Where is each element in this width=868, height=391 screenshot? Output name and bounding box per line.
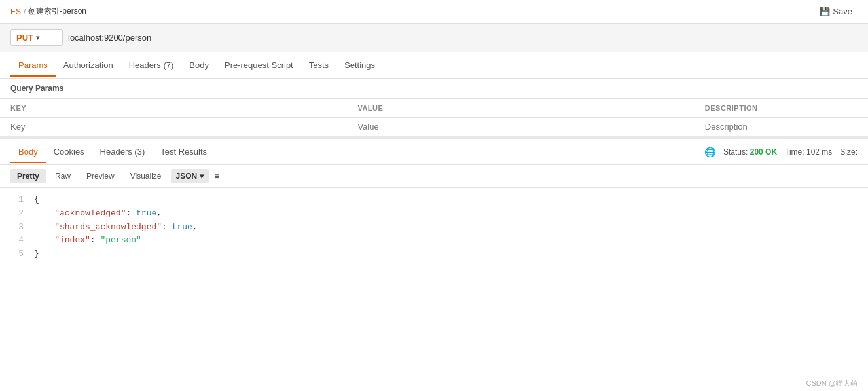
filter-icon[interactable]: ≡	[214, 171, 219, 181]
json-brace-open: {	[34, 193, 39, 207]
breadcrumb-sep: /	[24, 7, 26, 16]
tab-pre-request[interactable]: Pre-request Script	[217, 55, 301, 77]
url-bar: PUT ▾	[0, 24, 868, 52]
format-bar: Pretty Raw Preview Visualize JSON ▾ ≡	[0, 165, 868, 188]
status-label: Status: 200 OK	[723, 147, 777, 157]
response-panel: Body Cookies Headers (3) Test Results 🌐 …	[0, 139, 868, 267]
key-cell	[0, 118, 347, 136]
json-brace-close: }	[34, 248, 39, 261]
response-tabs: Body Cookies Headers (3) Test Results 🌐 …	[0, 139, 868, 165]
chevron-down-icon: ▾	[36, 34, 39, 41]
preview-button[interactable]: Preview	[80, 169, 121, 183]
line-num-2: 2	[10, 207, 24, 221]
desc-cell	[695, 118, 868, 136]
pretty-button[interactable]: Pretty	[10, 169, 46, 183]
method-label: PUT	[16, 33, 33, 43]
key-input[interactable]	[10, 122, 336, 132]
col-header-key: KEY	[0, 99, 347, 118]
value-cell	[347, 118, 694, 136]
chevron-down-icon: ▾	[200, 172, 204, 181]
time-label: Time: 102 ms	[785, 147, 832, 157]
json-label: JSON	[176, 172, 198, 181]
json-line-4: 4 "index": "person"	[10, 234, 858, 248]
status-code: 200 OK	[750, 147, 777, 157]
line-num-3: 3	[10, 221, 24, 234]
footer-text: CSDN @喵大萌	[806, 379, 858, 387]
tab-test-results[interactable]: Test Results	[153, 141, 215, 163]
json-content-4: "index": "person"	[34, 234, 141, 248]
value-input[interactable]	[357, 122, 683, 132]
save-button[interactable]: 💾 Save	[814, 4, 858, 19]
col-header-desc: DESCRIPTION	[695, 99, 868, 118]
query-params-label: Query Params	[0, 79, 868, 99]
line-num-4: 4	[10, 234, 24, 248]
table-row	[0, 118, 868, 136]
desc-input[interactable]	[705, 122, 858, 132]
globe-icon: 🌐	[704, 147, 715, 157]
col-header-value: VALUE	[347, 99, 694, 118]
top-bar: ES / 创建索引-person 💾 Save	[0, 0, 868, 24]
json-line-1: 1 {	[10, 193, 858, 207]
line-num-5: 5	[10, 248, 24, 261]
tab-headers-response[interactable]: Headers (3)	[92, 141, 153, 163]
tab-body[interactable]: Body	[181, 55, 217, 77]
breadcrumb-current: 创建索引-person	[28, 6, 86, 17]
json-content-3: "shards_acknowledged": true,	[34, 221, 198, 234]
request-tabs: Params Authorization Headers (7) Body Pr…	[0, 52, 868, 79]
json-line-5: 5 }	[10, 248, 858, 261]
json-content-2: "acknowledged": true,	[34, 207, 162, 221]
tab-settings[interactable]: Settings	[336, 55, 383, 77]
tab-body-response[interactable]: Body	[10, 141, 46, 163]
save-icon: 💾	[820, 7, 830, 16]
tab-headers[interactable]: Headers (7)	[121, 55, 182, 77]
json-line-3: 3 "shards_acknowledged": true,	[10, 221, 858, 234]
visualize-button[interactable]: Visualize	[124, 169, 168, 183]
size-label: Size:	[840, 147, 858, 157]
raw-button[interactable]: Raw	[48, 169, 77, 183]
tab-params[interactable]: Params	[10, 55, 56, 77]
json-content: 1 { 2 "acknowledged": true, 3 "shards_ac…	[0, 188, 868, 267]
footer: CSDN @喵大萌	[796, 376, 868, 391]
url-input[interactable]	[68, 33, 858, 43]
breadcrumb-es[interactable]: ES	[10, 7, 21, 16]
breadcrumb: ES / 创建索引-person	[10, 6, 86, 17]
save-label: Save	[833, 7, 852, 16]
line-num-1: 1	[10, 193, 24, 207]
tab-cookies[interactable]: Cookies	[46, 141, 92, 163]
params-table: KEY VALUE DESCRIPTION	[0, 99, 868, 136]
tab-tests[interactable]: Tests	[301, 55, 336, 77]
method-select[interactable]: PUT ▾	[10, 29, 63, 46]
json-line-2: 2 "acknowledged": true,	[10, 207, 858, 221]
response-status: 🌐 Status: 200 OK Time: 102 ms Size:	[704, 147, 858, 157]
json-format-select[interactable]: JSON ▾	[171, 169, 209, 183]
tab-authorization[interactable]: Authorization	[56, 55, 121, 77]
